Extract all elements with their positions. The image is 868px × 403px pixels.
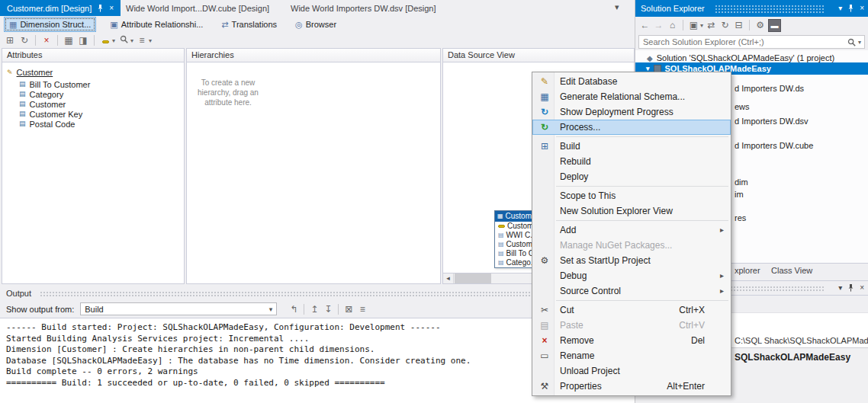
tree-node-partial[interactable]: res <box>735 213 746 222</box>
property-full-path-value: C:\SQL Shack\SQLShackOLAPMad <box>735 336 868 345</box>
sync-with-active-document-icon[interactable]: ⇄ <box>706 20 717 30</box>
menu-item-edit-database[interactable]: ✎ Edit Database <box>532 74 731 89</box>
window-position-icon[interactable]: ▾ <box>838 5 842 12</box>
close-icon[interactable]: × <box>860 284 864 292</box>
pin-icon[interactable] <box>847 284 854 292</box>
menu-item-label: Remove <box>560 335 594 346</box>
attribute-item[interactable]: ▤ Postal Code <box>2 119 184 129</box>
find-message-icon[interactable]: ↰ <box>288 303 300 315</box>
menu-item-generate-relational-schema[interactable]: ▦ Generate Relational Schema... <box>532 89 731 104</box>
document-list-dropdown-icon[interactable]: ▾ <box>615 2 619 12</box>
tree-node-partial[interactable]: d Importers DW.ds <box>735 84 804 93</box>
doc-tab-customer-dim[interactable]: Customer.dim [Design] × <box>0 0 121 16</box>
menu-item-source-control[interactable]: Source Control ▸ <box>532 283 731 299</box>
nav-back-icon[interactable]: ← <box>639 20 651 30</box>
solution-explorer-search-box[interactable]: ▾ <box>638 35 865 49</box>
menu-item-process[interactable]: ↻ Process... <box>532 120 731 135</box>
close-icon[interactable]: × <box>860 5 864 12</box>
menu-item-show-deployment-progress[interactable]: ↻ Show Deployment Progress <box>532 104 731 120</box>
tab-attribute-relationships[interactable]: ▣ Attribute Relationshi... <box>105 17 207 32</box>
view-switch-icon[interactable]: ▣ <box>688 20 699 30</box>
refresh-icon[interactable]: ↻ <box>719 20 731 30</box>
tree-node-partial[interactable]: d Importers DW.dsv <box>735 117 809 126</box>
menu-item-add[interactable]: Add ▸ <box>532 222 731 238</box>
attribute-item[interactable]: ▤ Customer <box>2 99 184 109</box>
previous-message-icon[interactable]: ↥ <box>308 303 320 315</box>
tree-node-partial[interactable]: d Importers DW.cube <box>735 141 813 150</box>
nav-forward-icon[interactable]: → <box>653 20 664 30</box>
home-icon[interactable]: ⌂ <box>667 20 678 30</box>
scrollbar-thumb[interactable] <box>455 273 491 283</box>
menu-item-label: Scope to This <box>560 190 616 201</box>
menu-item-debug[interactable]: Debug ▸ <box>532 268 731 283</box>
tree-node-partial[interactable]: ews <box>735 102 750 111</box>
tab-translations[interactable]: ⇄ Translations <box>217 17 281 32</box>
zoom-tool-dropdown-icon[interactable]: ▾ <box>130 37 133 44</box>
search-input[interactable] <box>639 37 847 46</box>
process-icon: ↻ <box>536 120 553 135</box>
scroll-left-arrow-icon[interactable]: ◂ <box>443 273 454 283</box>
tree-node-partial[interactable]: dim <box>735 178 748 187</box>
doc-tab-cube[interactable]: Wide World Import...DW.cube [Design] <box>119 0 276 16</box>
column-icon: ▤ <box>498 251 504 257</box>
browser-icon: ◎ <box>295 20 303 30</box>
menu-item-rename[interactable]: ▭ Rename <box>532 348 731 363</box>
search-options-dropdown-icon[interactable]: ▾ <box>858 39 861 46</box>
tab-class-view[interactable]: Class View <box>771 266 812 275</box>
menu-item-set-as-startup-project[interactable]: ⚙ Set as StartUp Project <box>532 253 731 268</box>
zoom-tool-icon[interactable] <box>117 34 130 46</box>
menu-item-remove[interactable]: × Remove Del <box>532 333 731 348</box>
grid-view-icon[interactable]: ▦ <box>63 34 75 46</box>
menu-item-unload-project[interactable]: Unload Project <box>532 363 731 379</box>
search-icon[interactable] <box>847 38 856 46</box>
tree-node-partial[interactable]: im <box>735 190 744 199</box>
menu-item-rebuild[interactable]: Rebuild <box>532 154 731 169</box>
process-toolbar-icon[interactable]: ↻ <box>18 34 31 46</box>
preview-selected-items-toggle[interactable]: ▬ <box>768 19 781 32</box>
columns-view-icon[interactable]: ◨ <box>77 34 89 46</box>
window-position-icon[interactable]: ▾ <box>838 284 842 292</box>
view-switch-dropdown-icon[interactable]: ▾ <box>700 22 703 29</box>
list-tool-dropdown-icon[interactable]: ▾ <box>149 37 152 44</box>
menu-item-manage-nuget-packages[interactable]: Manage NuGet Packages... <box>532 238 731 253</box>
attribute-item[interactable]: ▤ Customer Key <box>2 109 184 119</box>
attribute-label: Postal Code <box>30 120 76 129</box>
menu-item-cut[interactable]: ✂ Cut Ctrl+X <box>532 302 731 318</box>
doc-tab-dsv[interactable]: Wide World Importers DW.dsv [Design] <box>284 0 443 16</box>
attribute-item[interactable]: ▤ Bill To Customer <box>2 79 184 89</box>
key-tool-icon[interactable] <box>99 34 111 46</box>
tab-browser[interactable]: ◎ Browser <box>291 17 341 32</box>
tab-dimension-structure[interactable]: ▦ Dimension Struct... <box>4 17 96 32</box>
properties-icon[interactable]: ⚙ <box>754 20 766 30</box>
collapse-all-icon[interactable]: ⊟ <box>733 20 744 30</box>
doc-tab-label: Wide World Import...DW.cube [Design] <box>126 4 269 13</box>
add-attribute-icon[interactable]: ⊞ <box>4 34 16 46</box>
pin-icon[interactable] <box>847 5 854 12</box>
menu-item-deploy[interactable]: Deploy <box>532 169 731 184</box>
menu-item-new-solution-explorer-view[interactable]: New Solution Explorer View <box>532 203 731 219</box>
pin-icon[interactable] <box>97 5 104 12</box>
menu-item-build[interactable]: ⊞ Build <box>532 139 731 154</box>
menu-item-label: Paste <box>560 320 583 331</box>
deployment-progress-icon: ↻ <box>536 104 553 120</box>
output-source-dropdown[interactable]: Build ▾ <box>80 302 277 315</box>
menu-item-scope-to-this[interactable]: Scope to This <box>532 188 731 203</box>
scissors-icon: ✂ <box>536 302 553 318</box>
delete-icon[interactable]: × <box>40 34 53 46</box>
close-icon[interactable]: × <box>109 5 114 12</box>
menu-item-label: Unload Project <box>560 366 620 376</box>
chevron-down-icon: ▾ <box>269 305 273 313</box>
attribute-label: Customer Key <box>30 110 83 119</box>
clear-all-icon[interactable]: ⊠ <box>342 303 355 315</box>
attribute-item[interactable]: ▤ Category <box>2 89 184 99</box>
next-message-icon[interactable]: ↧ <box>322 303 334 315</box>
word-wrap-icon[interactable]: ≡ <box>356 303 368 315</box>
key-tool-dropdown-icon[interactable]: ▾ <box>112 37 115 44</box>
menu-item-label: Deploy <box>560 171 588 182</box>
tab-solution-explorer-partial[interactable]: xplorer <box>735 266 760 275</box>
attribute-root-customer[interactable]: ✎ Customer <box>2 62 184 79</box>
designer-tab-bar: ▦ Dimension Struct... ▣ Attribute Relati… <box>0 16 635 33</box>
list-tool-icon[interactable]: ≡ <box>136 34 148 46</box>
menu-item-properties[interactable]: ⚒ Properties Alt+Enter <box>532 379 731 394</box>
menu-item-paste[interactable]: ▤ Paste Ctrl+V <box>532 318 731 333</box>
